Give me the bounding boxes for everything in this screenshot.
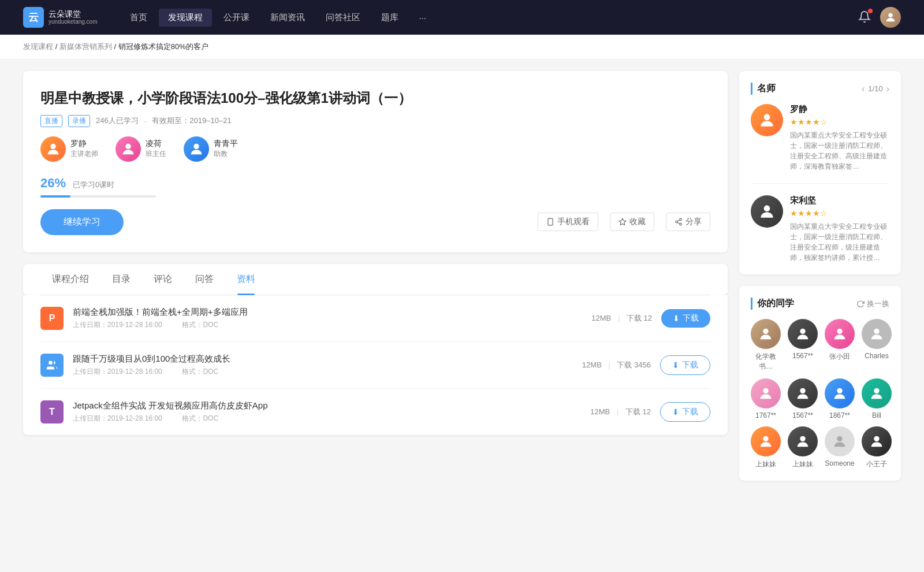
sidebar-teacher-name-1: 罗静 (790, 104, 889, 115)
share-button[interactable]: 分享 (666, 213, 710, 231)
teacher-avatar-1 (40, 136, 66, 162)
sidebar-teacher-1: 罗静 ★★★★☆ 国内某重点大学安全工程专业硕士，国家一级注册消防工程师、注册安… (751, 104, 889, 184)
resource-item-2: 跟随千万级项目从0到100全过程高效成长 上传日期：2019-12-28 16:… (40, 342, 710, 389)
course-card: 明星中教授课，小学阶段语法100分–强化级第1讲动词（一） 直播 录播 246人… (23, 71, 728, 252)
refresh-button[interactable]: 换一换 (856, 299, 889, 309)
navbar: 云 云朵课堂 yunduoketang.com 首页 发现课程 公开课 新闻资讯… (0, 0, 924, 35)
nav-logo[interactable]: 云 云朵课堂 yunduoketang.com (23, 7, 98, 28)
resource-meta-1: 上传日期：2019-12-28 16:00 格式：DOC (73, 320, 582, 330)
resource-name-1: 前端全栈加强版！前端全栈+全周期+多端应用 (73, 307, 582, 318)
collect-button[interactable]: 收藏 (610, 213, 654, 231)
teacher-role-2: 班主任 (146, 149, 166, 159)
download-button-1[interactable]: ⬇ 下载 (661, 309, 710, 328)
download-button-2[interactable]: ⬇ 下载 (660, 355, 710, 375)
teacher-name-2: 凌荷 (146, 139, 166, 149)
tab-qa[interactable]: 问答 (184, 264, 225, 295)
nav-item-public[interactable]: 公开课 (214, 9, 259, 27)
tab-intro[interactable]: 课程介绍 (40, 264, 100, 295)
sidebar: 名师 ‹ 1/10 › 罗静 ★★★★☆ 国内某重点大学安全工程专业硕士，国家一… (739, 71, 901, 492)
badge-record: 录播 (68, 115, 90, 127)
student-avatar-3 (825, 319, 855, 349)
student-item-3: 张小田 (825, 319, 855, 372)
share-icon (675, 218, 683, 226)
student-item-8: Bill (862, 378, 892, 419)
resource-item-3: T Jetpack全组件实战 开发短视频应用高仿皮皮虾App 上传日期：2019… (40, 389, 710, 435)
download-button-3[interactable]: ⬇ 下载 (660, 402, 710, 422)
nav-item-quiz[interactable]: 题库 (372, 9, 408, 27)
svg-point-9 (680, 223, 682, 225)
mobile-watch-button[interactable]: 手机观看 (538, 213, 598, 231)
nav-item-more[interactable]: ··· (410, 9, 436, 26)
resource-item-1: P 前端全栈加强版！前端全栈+全周期+多端应用 上传日期：2019-12-28 … (40, 295, 710, 342)
svg-point-18 (874, 329, 879, 334)
mobile-watch-label: 手机观看 (557, 217, 590, 227)
svg-point-15 (763, 329, 768, 334)
student-avatar-10 (788, 426, 818, 456)
breadcrumb-series[interactable]: 新媒体营销系列 (59, 42, 112, 51)
svg-line-11 (677, 220, 680, 221)
svg-point-19 (763, 388, 768, 393)
breadcrumb-discover[interactable]: 发现课程 (23, 42, 53, 51)
notification-bell[interactable] (858, 10, 871, 25)
student-avatar-8 (862, 378, 892, 408)
progress-label: 已学习0课时 (73, 180, 114, 189)
tab-review[interactable]: 评论 (142, 264, 184, 295)
pagination-next[interactable]: › (886, 84, 889, 94)
user-avatar[interactable] (880, 7, 901, 28)
nav-item-qa[interactable]: 问答社区 (316, 9, 370, 27)
tab-contents[interactable]: 目录 (100, 264, 142, 295)
student-name-5: 1767** (755, 411, 776, 419)
student-avatar-4 (862, 319, 892, 349)
continue-button[interactable]: 继续学习 (40, 209, 124, 235)
course-meta: 直播 录播 246人已学习 · 有效期至：2019–10–21 (40, 115, 710, 127)
logo-icon: 云 (23, 7, 44, 28)
resource-name-3: Jetpack全组件实战 开发短视频应用高仿皮皮虾App (73, 400, 581, 411)
svg-point-14 (764, 205, 770, 211)
nav-item-home[interactable]: 首页 (121, 9, 157, 27)
student-item-7: 1867** (825, 378, 855, 419)
svg-line-10 (677, 222, 680, 224)
student-count: 246人已学习 (96, 116, 139, 126)
badge-live: 直播 (40, 115, 62, 127)
nav-item-discover[interactable]: 发现课程 (159, 9, 212, 27)
course-actions: 继续学习 手机观看 收藏 分享 (40, 209, 710, 235)
student-name-6: 1567** (792, 411, 813, 419)
svg-point-24 (800, 436, 805, 441)
pagination-prev[interactable]: ‹ (862, 84, 865, 94)
tab-materials[interactable]: 资料 (225, 264, 267, 295)
teacher-item-2: 凌荷 班主任 (116, 136, 166, 162)
svg-point-22 (874, 388, 879, 393)
svg-point-16 (800, 329, 805, 334)
svg-point-7 (680, 218, 682, 221)
content-area: 明星中教授课，小学阶段语法100分–强化级第1讲动词（一） 直播 录播 246人… (23, 71, 728, 492)
svg-point-3 (193, 143, 199, 148)
teachers-pagination: ‹ 1/10 › (862, 84, 889, 94)
teacher-item-3: 青青平 助教 (184, 136, 238, 162)
student-item-6: 1567** (788, 378, 818, 419)
svg-point-21 (837, 388, 842, 393)
student-name-3: 张小田 (829, 352, 850, 362)
main-container: 明星中教授课，小学阶段语法100分–强化级第1讲动词（一） 直播 录播 246人… (0, 60, 924, 504)
student-name-1: 化学教书… (751, 352, 781, 372)
teacher-name-1: 罗静 (70, 139, 98, 149)
student-avatar-11 (825, 426, 855, 456)
svg-marker-6 (619, 218, 626, 225)
teachers-sidebar-title: 名师 (751, 83, 862, 95)
student-item-11: Someone (825, 426, 855, 469)
svg-point-12 (49, 361, 53, 365)
sidebar-teacher-desc-1: 国内某重点大学安全工程专业硕士，国家一级注册消防工程师、注册安全工程师、高级注册… (790, 130, 889, 172)
svg-point-2 (125, 143, 131, 148)
students-sidebar-card: 你的同学 换一换 化学教书… 1567** (739, 286, 901, 481)
svg-point-26 (874, 436, 879, 441)
teacher-item-1: 罗静 主讲老师 (40, 136, 98, 162)
validity: 有效期至：2019–10–21 (152, 116, 231, 126)
svg-point-23 (763, 436, 768, 441)
svg-point-25 (837, 436, 842, 441)
svg-point-20 (800, 388, 805, 393)
svg-point-1 (50, 143, 55, 148)
logo-text: 云朵课堂 yunduoketang.com (49, 9, 98, 26)
resource-icon-3: T (40, 400, 64, 424)
nav-item-news[interactable]: 新闻资讯 (261, 9, 314, 27)
svg-point-13 (764, 114, 770, 120)
nav-menu: 首页 发现课程 公开课 新闻资讯 问答社区 题库 ··· (121, 9, 858, 27)
